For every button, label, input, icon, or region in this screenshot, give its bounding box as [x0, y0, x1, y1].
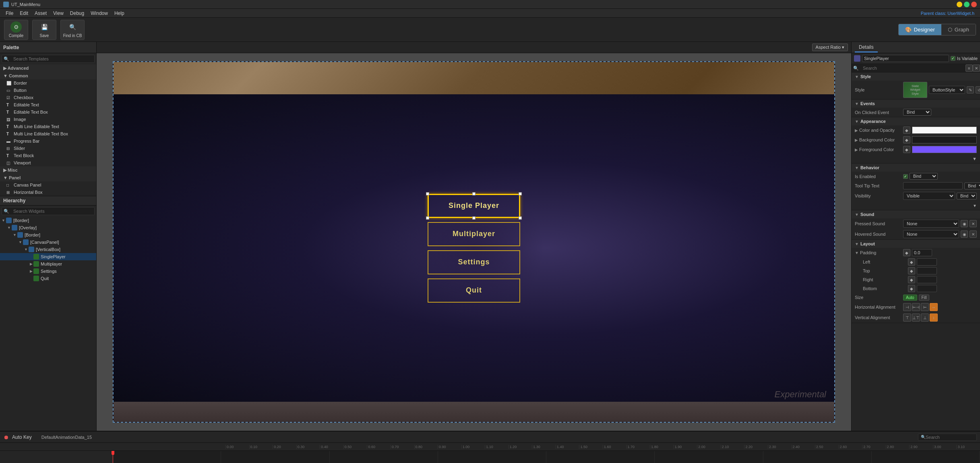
pressed-sound-browse[interactable]: ◉	[961, 220, 968, 227]
style-section-header[interactable]: ▼ Style	[852, 73, 980, 81]
layout-section-header[interactable]: ▼ Layout	[852, 240, 980, 248]
hierarchy-item-canvas[interactable]: ▼ [CanvasPanel]	[0, 239, 96, 246]
is-variable-checkbox[interactable]: ✓	[951, 56, 955, 61]
singleplayer-button[interactable]: Single Player	[428, 194, 520, 218]
size-fill-btn[interactable]: Fill	[919, 295, 930, 301]
menu-help[interactable]: Help	[111, 9, 128, 18]
palette-advanced-header[interactable]: ▶ Advanced	[0, 64, 96, 72]
hovered-sound-clear[interactable]: ✕	[970, 230, 977, 238]
graph-toggle[interactable]: ⬡ Graph	[941, 24, 976, 35]
menu-debug[interactable]: Debug	[67, 9, 87, 18]
palette-item-checkbox[interactable]: Checkbox	[0, 94, 96, 101]
behavior-section-header[interactable]: ▼ Behavior	[852, 164, 980, 172]
timeline-search-input[interactable]	[926, 435, 974, 440]
hierarchy-item-settings[interactable]: ▶ Settings	[0, 268, 96, 275]
find-in-cb-button[interactable]: 🔍 Find in CB	[60, 20, 85, 40]
hierarchy-item-border-inner[interactable]: ▼ [Border]	[0, 231, 96, 239]
details-search-options[interactable]: ≡	[966, 64, 973, 72]
padding-top-pin[interactable]: ◆	[908, 267, 915, 274]
style-edit-btn[interactable]: ✎	[967, 86, 974, 93]
palette-item-horizontal-box[interactable]: Horizontal Box	[0, 189, 96, 196]
padding-left-input[interactable]: 0.0	[917, 258, 937, 266]
palette-search-input[interactable]	[11, 55, 94, 62]
palette-item-image[interactable]: Image	[0, 116, 96, 123]
h-align-right[interactable]: ⊢	[921, 303, 929, 311]
settings-button[interactable]: Settings	[428, 250, 520, 274]
appearance-section-header[interactable]: ▼ Appearance	[852, 117, 980, 125]
v-align-top[interactable]: ⊤	[903, 314, 911, 322]
style-reset-btn[interactable]: ↺	[976, 86, 980, 93]
padding-top-input[interactable]: 0.0	[917, 267, 937, 274]
padding-left-pin[interactable]: ◆	[908, 258, 915, 266]
menu-edit[interactable]: Edit	[17, 9, 31, 18]
widget-name-input[interactable]	[862, 55, 949, 62]
menu-window[interactable]: Window	[87, 9, 111, 18]
h-align-fill[interactable]: ↔	[930, 303, 938, 311]
padding-right-input[interactable]: 0.0	[917, 276, 937, 283]
tooltip-input[interactable]	[903, 182, 963, 189]
hierarchy-item-singleplayer[interactable]: ▶ SinglePlayer	[0, 253, 96, 260]
events-section-header[interactable]: ▼ Events	[852, 100, 980, 108]
padding-bottom-input[interactable]: 0.0	[917, 285, 937, 292]
save-button[interactable]: 💾 Save	[32, 20, 56, 40]
style-dropdown[interactable]: ButtonStyle	[929, 86, 965, 94]
hovered-sound-dropdown[interactable]: None	[903, 230, 959, 238]
background-color-swatch[interactable]	[912, 136, 977, 143]
is-enabled-bind[interactable]: Bind	[910, 173, 938, 180]
hierarchy-search-input[interactable]	[11, 208, 94, 215]
details-search-input[interactable]	[860, 64, 966, 72]
minimize-button[interactable]	[957, 2, 962, 7]
color-opacity-swatch[interactable]	[912, 127, 977, 134]
hovered-sound-browse[interactable]: ◉	[961, 230, 968, 238]
compile-button[interactable]: ⚙ Compile	[4, 20, 28, 40]
palette-item-border[interactable]: Border	[0, 79, 96, 87]
visibility-bind[interactable]: Bind	[957, 193, 977, 199]
v-align-bottom[interactable]: ⊥	[921, 314, 929, 322]
palette-item-button[interactable]: Button	[0, 87, 96, 94]
visibility-expand[interactable]: ▼	[973, 203, 977, 208]
palette-item-multi-editable-text-box[interactable]: Multi Line Editable Text Box	[0, 130, 96, 137]
multiplayer-button[interactable]: Multiplayer	[428, 222, 520, 246]
close-button[interactable]	[971, 2, 977, 7]
hierarchy-item-quit[interactable]: ▶ Quit	[0, 275, 96, 282]
palette-common-header[interactable]: ▼ Common	[0, 72, 96, 79]
hierarchy-item-overlay[interactable]: ▼ [Overlay]	[0, 224, 96, 231]
visibility-dropdown[interactable]: Visible	[903, 192, 955, 200]
menu-view[interactable]: View	[50, 9, 67, 18]
quit-button[interactable]: Quit	[428, 278, 520, 303]
color-opacity-pin[interactable]: ◆	[903, 127, 910, 134]
details-tab[interactable]: Details	[855, 43, 878, 52]
designer-toggle[interactable]: 🎨 Designer	[899, 24, 941, 35]
hierarchy-item-multiplayer[interactable]: ▶ Multiplayer	[0, 260, 96, 268]
hierarchy-item-verticalbox[interactable]: ▼ [VerticalBox]	[0, 246, 96, 253]
tooltip-bind[interactable]: Bind	[964, 183, 980, 189]
palette-item-slider[interactable]: Slider	[0, 145, 96, 152]
padding-right-pin[interactable]: ◆	[908, 276, 915, 283]
details-search-clear[interactable]: ✕	[973, 64, 980, 72]
color-expand-btn[interactable]: ▼	[972, 156, 977, 161]
palette-item-progress-bar[interactable]: Progress Bar	[0, 137, 96, 145]
v-align-center[interactable]: ⊥⊤	[912, 314, 920, 322]
v-align-fill[interactable]: ↕	[930, 314, 938, 322]
palette-item-viewport[interactable]: Viewport	[0, 159, 96, 166]
palette-item-canvas-panel[interactable]: Canvas Panel	[0, 181, 96, 189]
sound-section-header[interactable]: ▼ Sound	[852, 210, 980, 218]
hierarchy-item-border-root[interactable]: ▼ [Border]	[0, 217, 96, 224]
palette-item-text-block[interactable]: Text Block	[0, 152, 96, 159]
palette-item-editable-text[interactable]: Editable Text	[0, 101, 96, 108]
foreground-color-swatch[interactable]	[912, 146, 977, 153]
aspect-ratio-button[interactable]: Aspect Ratio ▾	[812, 44, 848, 51]
pressed-sound-dropdown[interactable]: None	[903, 220, 959, 228]
h-align-left[interactable]: ⊣	[903, 303, 911, 311]
window-controls[interactable]	[957, 2, 977, 7]
padding-input[interactable]	[912, 249, 932, 256]
size-auto-btn[interactable]: Auto	[903, 295, 917, 301]
on-clicked-dropdown[interactable]: Bind	[903, 109, 931, 116]
is-enabled-checkbox[interactable]: ✓	[903, 174, 908, 179]
maximize-button[interactable]	[964, 2, 970, 7]
menu-asset[interactable]: Asset	[31, 9, 50, 18]
bg-color-pin[interactable]: ◆	[903, 136, 910, 143]
palette-misc-header[interactable]: ▶ Misc	[0, 166, 96, 174]
h-align-center[interactable]: ⊢⊣	[912, 303, 920, 311]
padding-pin[interactable]: ◆	[903, 249, 910, 256]
